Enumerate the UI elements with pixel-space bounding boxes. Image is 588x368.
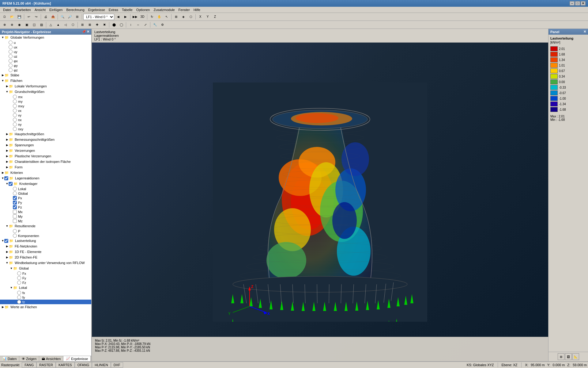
tb-open[interactable]: 📂 bbox=[9, 13, 15, 20]
menu-extras[interactable]: Extras bbox=[107, 7, 120, 12]
tb2-14[interactable]: ✖ bbox=[101, 21, 108, 28]
folder-check-29[interactable] bbox=[9, 182, 13, 186]
tree-item-26[interactable]: ▶📁Form bbox=[0, 164, 91, 170]
tree-check-32[interactable] bbox=[13, 196, 17, 200]
tb-run[interactable]: ▶▶ bbox=[132, 13, 138, 20]
menu-optionen[interactable]: Optionen bbox=[134, 7, 152, 12]
tree-check-35[interactable] bbox=[13, 210, 17, 214]
tb-export[interactable]: 📤 bbox=[50, 13, 56, 20]
tab-ansichten[interactable]: 🏔 Ansichten bbox=[39, 356, 63, 361]
tree-item-28[interactable]: ▼📁Lagerreaktionen bbox=[0, 175, 91, 181]
status-tab-fang[interactable]: FANG bbox=[22, 362, 36, 368]
menu-zusatzmodule[interactable]: Zusatzmodule bbox=[152, 7, 177, 12]
tree-item-33[interactable]: Py bbox=[0, 200, 91, 205]
tree-radio-12[interactable] bbox=[13, 95, 17, 99]
panel-close-button[interactable]: ✕ bbox=[583, 30, 586, 34]
tb-print[interactable]: 🖨 bbox=[42, 13, 49, 20]
tree-item-22[interactable]: ▶📁Spannungen bbox=[0, 142, 91, 148]
tree-item-35[interactable]: Mx bbox=[0, 209, 91, 214]
tree-check-37[interactable] bbox=[13, 219, 17, 223]
tb-prev[interactable]: ◀ bbox=[115, 13, 122, 20]
tb2-13[interactable]: ✚ bbox=[94, 21, 100, 28]
tb-zview[interactable]: Z bbox=[212, 13, 218, 20]
tb2-10[interactable]: ⬡ bbox=[70, 21, 76, 28]
tree-check-34[interactable] bbox=[13, 205, 17, 209]
tree-radio-51[interactable] bbox=[17, 291, 21, 295]
load-case-combo[interactable]: LF1 - Wind 0 ° bbox=[83, 14, 114, 20]
tree-item-29[interactable]: ▼📁Knotenlager bbox=[0, 181, 91, 186]
tree-item-18[interactable]: ny bbox=[0, 122, 91, 127]
tb-save[interactable]: 💾 bbox=[16, 13, 23, 20]
tb-select[interactable]: ↖ bbox=[163, 13, 170, 20]
tb2-20[interactable]: 🔧 bbox=[152, 21, 158, 28]
tree-item-17[interactable]: nx bbox=[0, 117, 91, 122]
menu-berechnung[interactable]: Berechnung bbox=[64, 7, 86, 12]
menu-fenster[interactable]: Fenster bbox=[177, 7, 192, 12]
tree-item-27[interactable]: ▶📁Kriterien bbox=[0, 170, 91, 175]
tree-item-15[interactable]: vx bbox=[0, 108, 91, 113]
tree-item-31[interactable]: Global bbox=[0, 191, 91, 196]
menu-hilfe[interactable]: Hilfe bbox=[192, 7, 202, 12]
status-tab-ofang[interactable]: OFANG bbox=[75, 362, 92, 368]
panel-btn-3[interactable]: 📐 bbox=[572, 353, 579, 360]
tree-radio-16[interactable] bbox=[13, 113, 17, 117]
panel-btn-2[interactable]: 🖼 bbox=[565, 353, 572, 360]
tree-item-50[interactable]: ▼📁Lokal bbox=[0, 285, 91, 290]
tree-radio-53[interactable] bbox=[17, 300, 21, 304]
tb2-7[interactable]: △ bbox=[47, 21, 54, 28]
tree-item-9[interactable]: ▼📁Flächen bbox=[0, 78, 91, 83]
tb-wire[interactable]: ⬡ bbox=[187, 13, 194, 20]
tb2-8[interactable]: ▲ bbox=[55, 21, 62, 28]
nav-pin-button[interactable]: 📌 bbox=[82, 30, 86, 34]
folder-check-28[interactable] bbox=[4, 176, 8, 180]
tb-zoom-out[interactable]: 🔎 bbox=[66, 13, 73, 20]
tree-item-25[interactable]: ▶📁Charakteristiken der isotropen Fläche bbox=[0, 159, 91, 164]
tree-radio-2[interactable] bbox=[9, 45, 13, 49]
status-tab-dxf[interactable]: DXF bbox=[111, 362, 123, 368]
tree-item-3[interactable]: uy bbox=[0, 49, 91, 54]
tree-item-37[interactable]: Mz bbox=[0, 219, 91, 223]
tree-item-5[interactable]: φx bbox=[0, 59, 91, 63]
tree-item-53[interactable]: fz bbox=[0, 300, 91, 304]
tree-item-40[interactable]: Komponenten bbox=[0, 233, 91, 238]
tab-zeigen[interactable]: 👁 Zeigen bbox=[19, 356, 39, 361]
tree-radio-14[interactable] bbox=[13, 104, 17, 108]
tree-item-43[interactable]: ▶📁1D FE - Elemente bbox=[0, 249, 91, 255]
tree-item-6[interactable]: φy bbox=[0, 63, 91, 68]
tree-item-46[interactable]: ▼📁Global bbox=[0, 266, 91, 271]
tree-item-7[interactable]: φz bbox=[0, 68, 91, 72]
tree-item-48[interactable]: Fy bbox=[0, 276, 91, 280]
tb2-9[interactable]: ◁ bbox=[62, 21, 69, 28]
tree-radio-17[interactable] bbox=[13, 118, 17, 122]
panel-btn-1[interactable]: ⊞ bbox=[558, 353, 564, 360]
tb-xview[interactable]: X bbox=[197, 13, 204, 20]
tree-radio-3[interactable] bbox=[9, 50, 13, 54]
minimize-button[interactable]: – bbox=[570, 1, 575, 6]
status-tab-kartes[interactable]: KARTES bbox=[56, 362, 75, 368]
nav-close-button[interactable]: ✕ bbox=[87, 30, 89, 34]
menu-tabelle[interactable]: Tabelle bbox=[120, 7, 134, 12]
tree-item-54[interactable]: ▶📁Werte an Flächen bbox=[0, 304, 91, 310]
menu-bearbeiten[interactable]: Bearbeiten bbox=[13, 7, 33, 12]
tree-item-36[interactable]: My bbox=[0, 214, 91, 219]
maximize-button[interactable]: □ bbox=[575, 1, 580, 6]
tree-radio-30[interactable] bbox=[13, 187, 17, 191]
tb-zoom-in[interactable]: 🔍 bbox=[59, 13, 66, 20]
tree-radio-31[interactable] bbox=[13, 191, 17, 195]
tb2-16[interactable]: ◯ bbox=[118, 21, 125, 28]
tree-item-30[interactable]: Lokal bbox=[0, 186, 91, 191]
tree-radio-40[interactable] bbox=[13, 234, 17, 238]
tb2-3[interactable]: ◉ bbox=[16, 21, 23, 28]
tb2-15[interactable]: ⬤ bbox=[111, 21, 117, 28]
tree-radio-13[interactable] bbox=[13, 99, 17, 103]
tree-radio-52[interactable] bbox=[17, 295, 21, 299]
tree-item-13[interactable]: my bbox=[0, 99, 91, 104]
tree-radio-49[interactable] bbox=[17, 281, 21, 285]
tb2-18[interactable]: ↔ bbox=[135, 21, 141, 28]
tb-zoom-all[interactable]: ⊞ bbox=[74, 13, 81, 20]
tree-item-2[interactable]: ux bbox=[0, 45, 91, 49]
tree-check-33[interactable] bbox=[13, 201, 17, 205]
tree-item-21[interactable]: ▶📁Bemessungsschnittgrößen bbox=[0, 137, 91, 142]
tree-item-34[interactable]: Pz bbox=[0, 205, 91, 209]
tree-item-41[interactable]: ▼📁Lastverteilung bbox=[0, 238, 91, 243]
